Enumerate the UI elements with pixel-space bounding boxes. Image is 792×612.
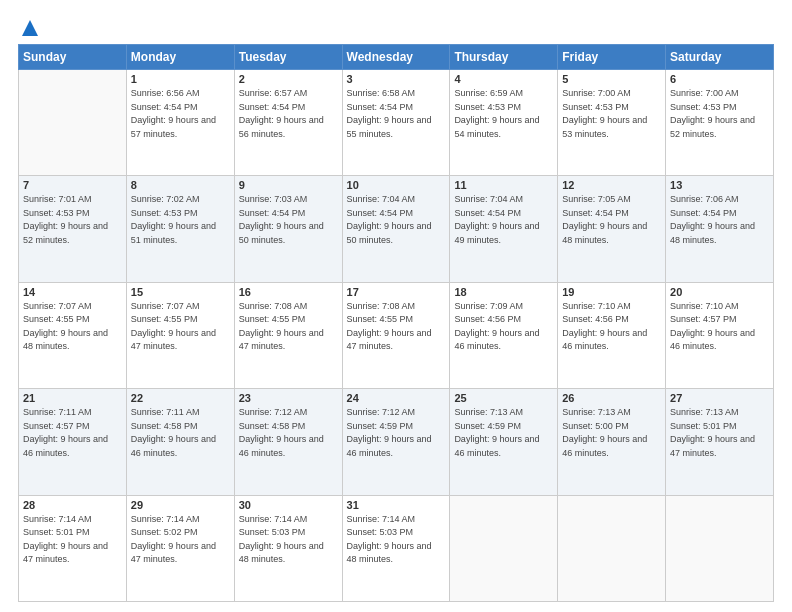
logo-icon (20, 18, 40, 38)
calendar-cell: 8Sunrise: 7:02 AMSunset: 4:53 PMDaylight… (126, 176, 234, 282)
day-info: Sunrise: 7:09 AMSunset: 4:56 PMDaylight:… (454, 300, 553, 354)
calendar-header-saturday: Saturday (666, 45, 774, 70)
day-info: Sunrise: 6:59 AMSunset: 4:53 PMDaylight:… (454, 87, 553, 141)
day-info: Sunrise: 7:13 AMSunset: 5:01 PMDaylight:… (670, 406, 769, 460)
calendar-cell: 9Sunrise: 7:03 AMSunset: 4:54 PMDaylight… (234, 176, 342, 282)
day-number: 24 (347, 392, 446, 404)
day-info: Sunrise: 7:12 AMSunset: 4:59 PMDaylight:… (347, 406, 446, 460)
calendar-cell: 4Sunrise: 6:59 AMSunset: 4:53 PMDaylight… (450, 70, 558, 176)
calendar-header-row: SundayMondayTuesdayWednesdayThursdayFrid… (19, 45, 774, 70)
logo (18, 18, 40, 38)
day-info: Sunrise: 7:07 AMSunset: 4:55 PMDaylight:… (131, 300, 230, 354)
day-info: Sunrise: 7:12 AMSunset: 4:58 PMDaylight:… (239, 406, 338, 460)
day-info: Sunrise: 7:00 AMSunset: 4:53 PMDaylight:… (562, 87, 661, 141)
day-number: 4 (454, 73, 553, 85)
calendar-cell: 30Sunrise: 7:14 AMSunset: 5:03 PMDayligh… (234, 495, 342, 601)
day-info: Sunrise: 7:08 AMSunset: 4:55 PMDaylight:… (347, 300, 446, 354)
day-number: 26 (562, 392, 661, 404)
day-info: Sunrise: 7:10 AMSunset: 4:57 PMDaylight:… (670, 300, 769, 354)
calendar-week-row: 14Sunrise: 7:07 AMSunset: 4:55 PMDayligh… (19, 282, 774, 388)
calendar-cell: 5Sunrise: 7:00 AMSunset: 4:53 PMDaylight… (558, 70, 666, 176)
calendar-cell: 25Sunrise: 7:13 AMSunset: 4:59 PMDayligh… (450, 389, 558, 495)
calendar-header-thursday: Thursday (450, 45, 558, 70)
calendar-cell: 17Sunrise: 7:08 AMSunset: 4:55 PMDayligh… (342, 282, 450, 388)
calendar-cell: 21Sunrise: 7:11 AMSunset: 4:57 PMDayligh… (19, 389, 127, 495)
calendar-cell: 10Sunrise: 7:04 AMSunset: 4:54 PMDayligh… (342, 176, 450, 282)
day-number: 7 (23, 179, 122, 191)
calendar-cell: 7Sunrise: 7:01 AMSunset: 4:53 PMDaylight… (19, 176, 127, 282)
calendar-cell: 29Sunrise: 7:14 AMSunset: 5:02 PMDayligh… (126, 495, 234, 601)
day-info: Sunrise: 7:06 AMSunset: 4:54 PMDaylight:… (670, 193, 769, 247)
calendar-cell: 23Sunrise: 7:12 AMSunset: 4:58 PMDayligh… (234, 389, 342, 495)
day-number: 31 (347, 499, 446, 511)
calendar-cell: 1Sunrise: 6:56 AMSunset: 4:54 PMDaylight… (126, 70, 234, 176)
page: SundayMondayTuesdayWednesdayThursdayFrid… (0, 0, 792, 612)
day-info: Sunrise: 7:11 AMSunset: 4:57 PMDaylight:… (23, 406, 122, 460)
day-info: Sunrise: 7:11 AMSunset: 4:58 PMDaylight:… (131, 406, 230, 460)
day-number: 12 (562, 179, 661, 191)
day-number: 11 (454, 179, 553, 191)
day-number: 29 (131, 499, 230, 511)
calendar-week-row: 7Sunrise: 7:01 AMSunset: 4:53 PMDaylight… (19, 176, 774, 282)
calendar-cell (450, 495, 558, 601)
calendar-cell: 2Sunrise: 6:57 AMSunset: 4:54 PMDaylight… (234, 70, 342, 176)
calendar-week-row: 28Sunrise: 7:14 AMSunset: 5:01 PMDayligh… (19, 495, 774, 601)
calendar-cell: 26Sunrise: 7:13 AMSunset: 5:00 PMDayligh… (558, 389, 666, 495)
calendar-cell: 14Sunrise: 7:07 AMSunset: 4:55 PMDayligh… (19, 282, 127, 388)
day-number: 9 (239, 179, 338, 191)
calendar-week-row: 1Sunrise: 6:56 AMSunset: 4:54 PMDaylight… (19, 70, 774, 176)
calendar-header-monday: Monday (126, 45, 234, 70)
calendar-header-friday: Friday (558, 45, 666, 70)
day-number: 1 (131, 73, 230, 85)
day-info: Sunrise: 7:14 AMSunset: 5:03 PMDaylight:… (239, 513, 338, 567)
day-info: Sunrise: 7:14 AMSunset: 5:01 PMDaylight:… (23, 513, 122, 567)
day-info: Sunrise: 7:05 AMSunset: 4:54 PMDaylight:… (562, 193, 661, 247)
day-info: Sunrise: 7:14 AMSunset: 5:02 PMDaylight:… (131, 513, 230, 567)
calendar-cell (666, 495, 774, 601)
calendar-header-sunday: Sunday (19, 45, 127, 70)
calendar-cell: 19Sunrise: 7:10 AMSunset: 4:56 PMDayligh… (558, 282, 666, 388)
header (18, 18, 774, 38)
day-number: 25 (454, 392, 553, 404)
day-number: 27 (670, 392, 769, 404)
day-number: 20 (670, 286, 769, 298)
day-info: Sunrise: 7:13 AMSunset: 4:59 PMDaylight:… (454, 406, 553, 460)
day-info: Sunrise: 6:56 AMSunset: 4:54 PMDaylight:… (131, 87, 230, 141)
day-number: 5 (562, 73, 661, 85)
calendar-cell (19, 70, 127, 176)
day-number: 21 (23, 392, 122, 404)
calendar-cell: 28Sunrise: 7:14 AMSunset: 5:01 PMDayligh… (19, 495, 127, 601)
day-info: Sunrise: 7:02 AMSunset: 4:53 PMDaylight:… (131, 193, 230, 247)
calendar-cell: 27Sunrise: 7:13 AMSunset: 5:01 PMDayligh… (666, 389, 774, 495)
calendar-cell: 15Sunrise: 7:07 AMSunset: 4:55 PMDayligh… (126, 282, 234, 388)
day-number: 18 (454, 286, 553, 298)
day-info: Sunrise: 7:03 AMSunset: 4:54 PMDaylight:… (239, 193, 338, 247)
calendar-cell: 13Sunrise: 7:06 AMSunset: 4:54 PMDayligh… (666, 176, 774, 282)
calendar-cell: 24Sunrise: 7:12 AMSunset: 4:59 PMDayligh… (342, 389, 450, 495)
day-number: 17 (347, 286, 446, 298)
day-number: 8 (131, 179, 230, 191)
svg-marker-0 (22, 20, 38, 36)
calendar-cell: 22Sunrise: 7:11 AMSunset: 4:58 PMDayligh… (126, 389, 234, 495)
day-info: Sunrise: 7:07 AMSunset: 4:55 PMDaylight:… (23, 300, 122, 354)
day-number: 28 (23, 499, 122, 511)
day-number: 15 (131, 286, 230, 298)
day-info: Sunrise: 7:00 AMSunset: 4:53 PMDaylight:… (670, 87, 769, 141)
calendar-cell: 3Sunrise: 6:58 AMSunset: 4:54 PMDaylight… (342, 70, 450, 176)
day-number: 10 (347, 179, 446, 191)
day-info: Sunrise: 7:10 AMSunset: 4:56 PMDaylight:… (562, 300, 661, 354)
calendar-cell: 18Sunrise: 7:09 AMSunset: 4:56 PMDayligh… (450, 282, 558, 388)
day-info: Sunrise: 7:04 AMSunset: 4:54 PMDaylight:… (454, 193, 553, 247)
calendar-cell: 12Sunrise: 7:05 AMSunset: 4:54 PMDayligh… (558, 176, 666, 282)
calendar-cell: 11Sunrise: 7:04 AMSunset: 4:54 PMDayligh… (450, 176, 558, 282)
day-number: 6 (670, 73, 769, 85)
day-info: Sunrise: 6:57 AMSunset: 4:54 PMDaylight:… (239, 87, 338, 141)
calendar: SundayMondayTuesdayWednesdayThursdayFrid… (18, 44, 774, 602)
day-info: Sunrise: 6:58 AMSunset: 4:54 PMDaylight:… (347, 87, 446, 141)
calendar-cell: 16Sunrise: 7:08 AMSunset: 4:55 PMDayligh… (234, 282, 342, 388)
day-info: Sunrise: 7:01 AMSunset: 4:53 PMDaylight:… (23, 193, 122, 247)
day-number: 13 (670, 179, 769, 191)
day-number: 2 (239, 73, 338, 85)
day-number: 14 (23, 286, 122, 298)
calendar-header-tuesday: Tuesday (234, 45, 342, 70)
